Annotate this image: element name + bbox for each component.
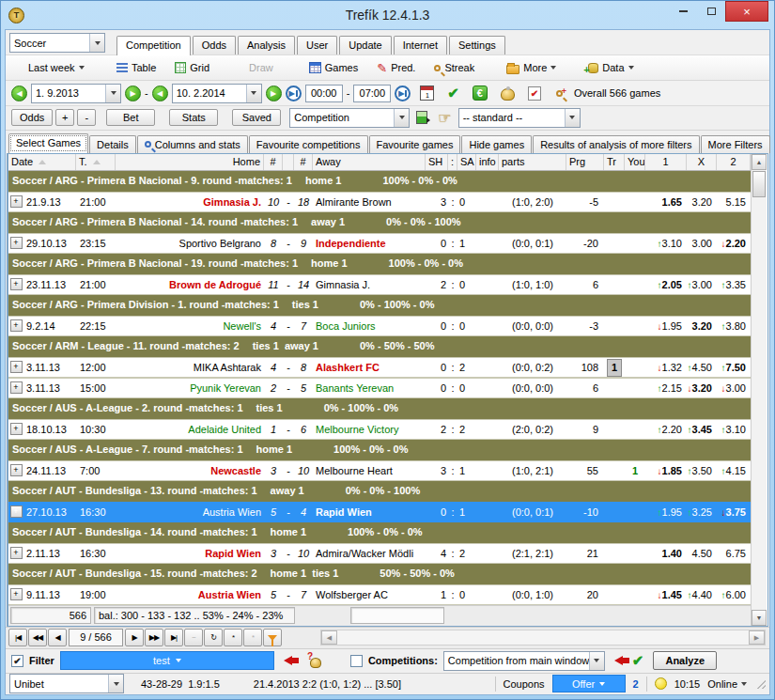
viewtab-details[interactable]: Details [89, 135, 136, 153]
time-from-input[interactable]: 00:00 [305, 85, 343, 102]
calendar-icon[interactable]: 1 [420, 86, 434, 101]
games-button[interactable]: Games [303, 59, 364, 76]
bet-button[interactable]: Bet [106, 109, 155, 126]
offer-button[interactable]: Offer [552, 675, 626, 692]
tab-competition[interactable]: Competition [116, 36, 191, 55]
tab-update[interactable]: Update [339, 36, 391, 54]
column-header-you[interactable]: You [625, 154, 645, 170]
nav-prev-button[interactable]: ◀ [48, 629, 67, 646]
nav-refresh-button[interactable]: ↻ [204, 629, 223, 646]
grid-button[interactable]: Grid [169, 59, 215, 76]
match-row[interactable]: +24.11.137:00Newcastle3-10Melbourne Hear… [8, 460, 751, 481]
profile-select-arrow[interactable] [565, 109, 580, 127]
checklist-icon[interactable]: ✔ [528, 86, 541, 101]
date-to-select[interactable]: 10. 2.2014 [172, 84, 262, 103]
apply-check-icon[interactable]: ✔ [447, 85, 459, 101]
mode-select-arrow[interactable] [394, 109, 409, 127]
match-row[interactable]: +21.9.1321:00Gimnasia J.10-18Almirante B… [8, 192, 751, 212]
date-to-prev-button[interactable]: ◀ [152, 86, 168, 101]
date-from-prev-button[interactable]: ◀ [11, 86, 27, 101]
viewtab-hide-games[interactable]: Hide games [461, 135, 532, 153]
vertical-scrollbar[interactable]: ▲ ▼ [751, 154, 767, 626]
pointing-hand-icon[interactable]: ☞ [438, 109, 451, 127]
pred-button[interactable]: ✎ Pred. [371, 59, 421, 77]
match-row[interactable]: +2.11.1316:30Rapid Wien3-10Admira/Wacker… [8, 543, 751, 564]
column-header-sh[interactable]: SH [426, 154, 448, 170]
column-header-away[interactable]: Away [313, 154, 426, 170]
match-row[interactable]: +9.11.1319:00Austria Wien5-7Wolfsberger … [8, 584, 751, 605]
resize-grip[interactable] [756, 679, 766, 689]
tab-settings[interactable]: Settings [449, 36, 505, 54]
expand-button[interactable]: + [10, 381, 23, 394]
date-to-next-button[interactable]: ▶ [266, 86, 282, 101]
nav-last-button[interactable]: ▶| [164, 629, 183, 646]
nav-first-button[interactable]: |◀ [8, 629, 27, 646]
competitions-checkbox[interactable] [350, 655, 363, 667]
maximize-button[interactable] [697, 1, 725, 21]
scrollbar-track[interactable] [752, 198, 767, 610]
expand-button[interactable]: + [10, 319, 23, 332]
table-button[interactable]: Table [111, 59, 162, 76]
more-button[interactable]: More [501, 59, 562, 77]
plus-button[interactable]: + [55, 109, 74, 126]
time-skip-start-button[interactable]: ▶ [286, 86, 302, 101]
filter-preset-select[interactable]: test [60, 651, 274, 670]
scroll-right-button[interactable]: ▶ [749, 630, 765, 645]
data-button[interactable]: + Data [582, 59, 639, 76]
viewtab-more-filters[interactable]: More Filters [701, 135, 770, 153]
confirm-check-icon[interactable]: ✔ [632, 652, 644, 669]
column-header-time[interactable]: T. [76, 154, 116, 170]
date-from-next-button[interactable]: ▶ [125, 86, 141, 101]
column-header-parts[interactable]: parts [499, 154, 566, 170]
online-select[interactable]: Online [707, 678, 747, 690]
magnifier-plus-icon[interactable]: + [556, 90, 563, 97]
viewtab-favourite-games[interactable]: Favourite games [369, 135, 461, 153]
expand-button[interactable]: + [10, 588, 23, 600]
match-row[interactable]: +23.11.1321:00Brown de Adrogué11-14Gimna… [8, 274, 751, 295]
profile-select[interactable]: -- standard -- [458, 108, 581, 128]
chart-icon[interactable] [416, 111, 427, 124]
minimize-button[interactable] [669, 1, 697, 21]
bookmaker-select[interactable]: Unibet [9, 674, 124, 693]
viewtab-results-analysis[interactable]: Results of analysis of more filters [533, 135, 699, 153]
date-from-arrow[interactable] [105, 85, 120, 102]
odds-button[interactable]: Odds [11, 109, 53, 126]
expand-button[interactable]: + [10, 361, 23, 373]
nav-star-button[interactable]: * [224, 629, 242, 646]
date-to-arrow[interactable] [246, 85, 261, 102]
column-header-home-rank[interactable]: # [264, 154, 283, 170]
sport-select-arrow[interactable] [89, 34, 104, 52]
bookmaker-select-arrow[interactable] [108, 675, 123, 692]
minus-button[interactable]: - [77, 109, 96, 126]
column-header-2[interactable]: 2 [717, 154, 751, 170]
column-header-x[interactable]: X [687, 154, 717, 170]
column-header-prg[interactable]: Prg [566, 154, 604, 170]
scroll-down-button[interactable]: ▼ [752, 610, 767, 626]
competition-filter-arrow[interactable] [589, 652, 604, 670]
coupons-link[interactable]: Coupons [504, 678, 545, 690]
column-header-home[interactable]: Home [116, 154, 264, 170]
expand-button[interactable]: + [10, 506, 23, 518]
column-header-tr[interactable]: Tr [604, 154, 625, 170]
expand-button[interactable]: + [10, 464, 23, 476]
period-select[interactable]: Last week [23, 59, 103, 76]
match-row[interactable]: +29.10.1323:15Sportivo Belgrano8-9Indepe… [8, 233, 751, 254]
tab-analysis[interactable]: Analysis [238, 36, 295, 54]
expand-button[interactable]: + [10, 278, 23, 290]
horizontal-scrollbar[interactable]: ◀ ▶ [320, 630, 766, 646]
expand-button[interactable]: + [10, 547, 23, 559]
euro-icon[interactable]: € [473, 86, 488, 101]
match-row[interactable]: +27.10.1316:30Austria Wien5-4Rapid Wien0… [8, 502, 751, 522]
nav-forward-button[interactable]: ▶▶ [145, 629, 163, 646]
saved-button[interactable]: Saved [232, 109, 281, 126]
date-from-select[interactable]: 1. 9.2013 [31, 84, 121, 103]
stats-button[interactable]: Stats [169, 109, 218, 126]
expand-button[interactable]: + [10, 423, 23, 435]
competition-filter-select[interactable]: Competition from main window [443, 651, 605, 671]
time-to-input[interactable]: 07:00 [353, 85, 391, 102]
expand-button[interactable]: + [10, 237, 23, 249]
viewtab-select-games[interactable]: Select Games [8, 133, 88, 153]
streak-button[interactable]: Streak [428, 59, 480, 76]
match-row[interactable]: +9.2.1422:15Newell's4-7Boca Juniors0:0(0… [8, 316, 751, 336]
tab-internet[interactable]: Internet [394, 36, 447, 54]
